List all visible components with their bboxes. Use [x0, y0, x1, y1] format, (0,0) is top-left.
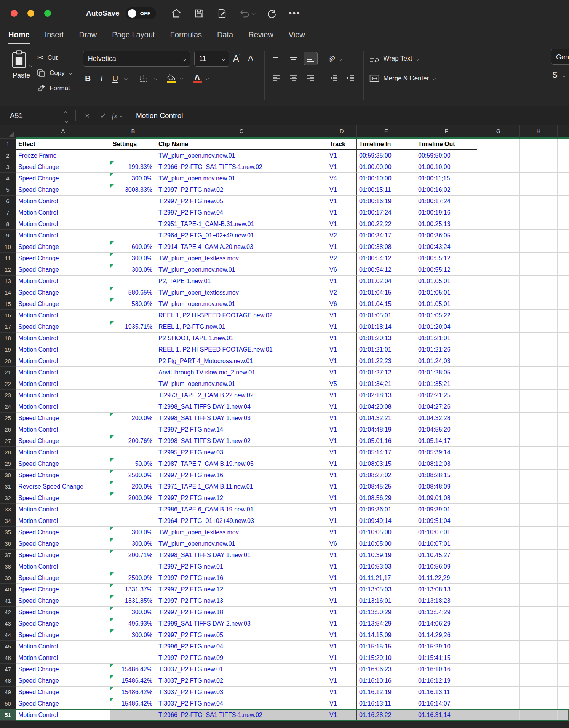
column-header-E[interactable]: E [357, 125, 416, 139]
cell-I31[interactable] [558, 481, 569, 492]
cell-F41[interactable]: 01:13:18;23 [416, 595, 477, 607]
cell-I10[interactable] [558, 241, 569, 253]
cell-I6[interactable] [558, 196, 569, 207]
borders-button[interactable] [137, 72, 150, 85]
cell-H39[interactable] [520, 572, 558, 584]
cell-G4[interactable] [477, 173, 520, 184]
align-middle-button[interactable] [287, 52, 300, 65]
cell-A48[interactable]: Speed Change [16, 675, 110, 687]
row-header-6[interactable]: 6 [0, 196, 16, 207]
cell-A8[interactable]: Motion Control [16, 218, 110, 230]
cell-G16[interactable] [477, 310, 520, 321]
cell-H33[interactable] [520, 504, 558, 515]
font-name-select[interactable]: Helvetica [83, 51, 190, 67]
cell-H27[interactable] [520, 435, 558, 447]
cell-H40[interactable] [520, 584, 558, 595]
copy-button[interactable]: Copy [37, 65, 71, 81]
cell-F27[interactable]: 01:05:14;17 [416, 435, 477, 447]
cell-D39[interactable]: V1 [327, 572, 357, 584]
cell-E44[interactable]: 01:14:15;09 [357, 629, 416, 641]
cell-F31[interactable]: 01:08:48;09 [416, 481, 477, 492]
cell-D8[interactable]: V1 [327, 218, 357, 230]
close-window-button[interactable] [11, 10, 18, 17]
undo-button[interactable] [239, 8, 254, 19]
row-header-26[interactable]: 26 [0, 424, 16, 435]
cell-A16[interactable]: Motion Control [16, 310, 110, 321]
cell-G6[interactable] [477, 196, 520, 207]
cell-H10[interactable] [520, 241, 558, 253]
cell-A32[interactable]: Speed Change [16, 492, 110, 504]
cell-C1[interactable]: Clip Name [156, 139, 327, 150]
cell-B36[interactable]: 300.0% [110, 538, 156, 550]
cell-G45[interactable] [477, 641, 520, 652]
cell-B16[interactable] [110, 310, 156, 321]
cell-H49[interactable] [520, 687, 558, 698]
cell-B39[interactable]: 2500.0% [110, 572, 156, 584]
cell-D18[interactable]: V1 [327, 333, 357, 344]
row-header-21[interactable]: 21 [0, 367, 16, 378]
cell-E20[interactable]: 01:01:22;23 [357, 355, 416, 367]
cell-F22[interactable]: 01:01:35;21 [416, 378, 477, 390]
cell-C43[interactable]: TI2999_SA1 TIFFS DAY 2.new.03 [156, 618, 327, 629]
cell-I41[interactable] [558, 595, 569, 607]
cell-I26[interactable] [558, 424, 569, 435]
row-header-22[interactable]: 22 [0, 378, 16, 390]
cell-G42[interactable] [477, 607, 520, 618]
cell-G43[interactable] [477, 618, 520, 629]
cell-A46[interactable]: Motion Control [16, 652, 110, 664]
cell-A22[interactable]: Motion Control [16, 378, 110, 390]
tab-formulas[interactable]: Formulas [170, 30, 202, 44]
row-header-39[interactable]: 39 [0, 572, 16, 584]
cell-F17[interactable]: 01:01:20;04 [416, 321, 477, 333]
cell-E22[interactable]: 01:01:34;21 [357, 378, 416, 390]
font-color-button[interactable]: A [193, 74, 202, 83]
name-box-stepper[interactable] [65, 107, 67, 125]
cell-C16[interactable]: REEL 1, P2 HI-SPEED FOOTAGE.new.02 [156, 310, 327, 321]
cell-I48[interactable] [558, 675, 569, 687]
row-header-28[interactable]: 28 [0, 447, 16, 458]
cell-E12[interactable]: 01:00:54;12 [357, 264, 416, 276]
cell-B34[interactable] [110, 515, 156, 527]
cell-B50[interactable]: 15486.42% [110, 698, 156, 709]
cell-I15[interactable] [558, 298, 569, 310]
cell-F37[interactable]: 01:10:45;27 [416, 550, 477, 561]
row-header-46[interactable]: 46 [0, 652, 16, 664]
cell-E16[interactable]: 01:01:05;01 [357, 310, 416, 321]
cell-F47[interactable]: 01:16:10;16 [416, 664, 477, 675]
cell-I27[interactable] [558, 435, 569, 447]
row-header-24[interactable]: 24 [0, 401, 16, 413]
cell-F20[interactable]: 01:01:24;03 [416, 355, 477, 367]
cell-H30[interactable] [520, 470, 558, 481]
decrease-indent-button[interactable] [328, 72, 340, 85]
cell-F9[interactable]: 01:00:36;05 [416, 230, 477, 241]
cell-H34[interactable] [520, 515, 558, 527]
cell-I11[interactable] [558, 253, 569, 264]
cell-F18[interactable]: 01:01:21;01 [416, 333, 477, 344]
row-header-49[interactable]: 49 [0, 687, 16, 698]
row-header-38[interactable]: 38 [0, 561, 16, 572]
cell-I33[interactable] [558, 504, 569, 515]
underline-button[interactable]: U [110, 74, 120, 83]
cell-I23[interactable] [558, 390, 569, 401]
cell-A43[interactable]: Speed Change [16, 618, 110, 629]
cell-C5[interactable]: TI2997_P2 FTG.new.02 [156, 184, 327, 196]
row-header-1[interactable]: 1 [0, 139, 16, 150]
cell-A38[interactable]: Motion Control [16, 561, 110, 572]
cell-E10[interactable]: 01:00:38;08 [357, 241, 416, 253]
cell-C20[interactable]: P2 Ftg_PART 4_Motocross.new.01 [156, 355, 327, 367]
font-size-select[interactable]: 11 [194, 51, 229, 67]
cell-I7[interactable] [558, 207, 569, 218]
row-header-30[interactable]: 30 [0, 470, 16, 481]
cell-H48[interactable] [520, 675, 558, 687]
cell-H23[interactable] [520, 390, 558, 401]
cell-E47[interactable]: 01:16:06;23 [357, 664, 416, 675]
cell-H22[interactable] [520, 378, 558, 390]
column-header-B[interactable]: B [110, 125, 156, 139]
cell-E24[interactable]: 01:04:20;08 [357, 401, 416, 413]
cell-E45[interactable]: 01:15:15;15 [357, 641, 416, 652]
cell-B20[interactable] [110, 355, 156, 367]
number-format-select[interactable]: Gen [551, 49, 569, 65]
cell-E8[interactable]: 01:00:22;22 [357, 218, 416, 230]
cell-A30[interactable]: Speed Change [16, 470, 110, 481]
cell-G47[interactable] [477, 664, 520, 675]
